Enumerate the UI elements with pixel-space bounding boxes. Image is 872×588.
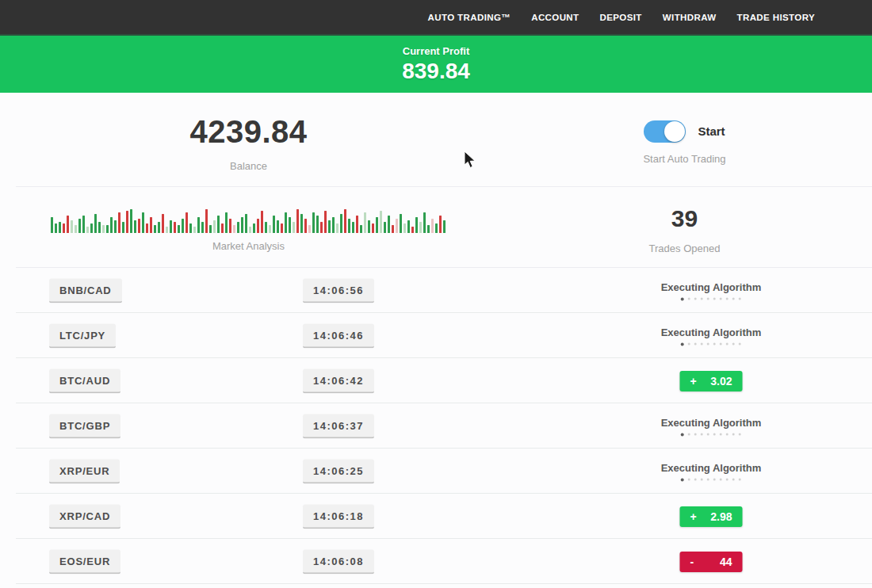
chart-bar <box>55 223 57 233</box>
nav-item-account[interactable]: ACCOUNT <box>531 13 579 22</box>
chart-bar <box>150 217 152 233</box>
chart-bar <box>411 227 414 233</box>
chart-bar <box>300 214 303 233</box>
chart-bar <box>316 216 319 233</box>
chart-bar <box>336 223 338 233</box>
pair-badge[interactable]: BTC/GBP <box>49 414 120 438</box>
pair-badge[interactable]: BTC/AUD <box>49 368 120 393</box>
progress-dot-icon <box>713 479 716 481</box>
chart-bar <box>273 216 275 233</box>
chart-bar <box>372 223 374 233</box>
chart-bar <box>253 223 255 233</box>
pair-badge[interactable]: LTC/JPY <box>49 323 116 348</box>
chart-bar <box>388 216 390 233</box>
toggle-row: Start <box>644 116 725 143</box>
progress-dot-icon <box>701 298 703 300</box>
progress-dot-icon <box>681 478 684 481</box>
time-badge[interactable]: 14:06:37 <box>303 414 374 438</box>
chart-bar <box>380 211 382 233</box>
progress-dot-icon <box>732 343 735 346</box>
table-row: XRP/CAD 14:06:18 +2.98 <box>0 494 872 539</box>
time-badge[interactable]: 14:06:18 <box>303 504 374 529</box>
progress-dot-icon <box>694 343 697 346</box>
chart-bar <box>51 217 53 233</box>
time-badge[interactable]: 14:06:25 <box>303 459 374 483</box>
progress-dot-icon <box>720 298 722 300</box>
chart-bar <box>67 216 69 233</box>
market-analysis-label: Market Analysis <box>212 240 285 252</box>
market-analysis-chart <box>51 203 447 233</box>
trade-status: Executing Algorithm <box>661 461 762 481</box>
trade-status: Executing Algorithm <box>661 281 762 300</box>
chart-bar <box>324 211 327 233</box>
chart-bar <box>261 211 263 233</box>
chart-bar <box>146 223 148 233</box>
chart-bar <box>376 217 378 233</box>
chart-bar <box>304 219 307 233</box>
app-screen: AUTO TRADING™ACCOUNTDEPOSITWITHDRAWTRADE… <box>0 0 872 588</box>
progress-dot-icon <box>701 343 703 346</box>
table-row: BNB/CAD 14:06:56 Executing Algorithm <box>0 268 872 313</box>
chart-bar <box>174 222 176 233</box>
chart-bar <box>360 225 362 233</box>
pair-badge[interactable]: BNB/CAD <box>49 278 122 303</box>
result-amount: 2.98 <box>710 510 732 523</box>
chart-bar <box>94 214 97 233</box>
result-sign: + <box>690 375 697 388</box>
chart-bar <box>356 216 358 233</box>
chart-bar <box>225 212 228 233</box>
progress-dot-icon <box>713 343 716 346</box>
time-badge[interactable]: 14:06:42 <box>303 368 374 393</box>
nav-item-auto-trading[interactable]: AUTO TRADING™ <box>428 13 511 22</box>
progress-dot-icon <box>701 479 703 481</box>
progress-dot-icon <box>739 433 741 436</box>
chart-bar <box>269 225 271 233</box>
chart-bar <box>312 212 315 233</box>
chart-bar <box>82 216 85 233</box>
auto-trading-caption: Start Auto Trading <box>643 153 725 165</box>
time-badge[interactable]: 14:06:46 <box>303 323 374 348</box>
chart-bar <box>352 222 354 233</box>
auto-trading-section: Start Start Auto Trading <box>497 93 872 187</box>
chart-bar <box>384 222 386 233</box>
chart-bar <box>415 217 418 233</box>
chart-bar <box>122 222 124 233</box>
chart-bar <box>205 209 208 233</box>
profit-badge: +2.98 <box>680 506 743 527</box>
auto-trading-toggle[interactable] <box>644 120 686 143</box>
nav-item-trade-history[interactable]: TRADE HISTORY <box>737 13 816 22</box>
chart-bar <box>166 227 168 233</box>
pair-badge[interactable]: XRP/EUR <box>49 459 120 483</box>
chart-bar <box>419 222 422 233</box>
chart-bar <box>233 225 235 233</box>
chart-bar <box>423 212 426 233</box>
current-profit-value: 839.84 <box>402 59 470 84</box>
pair-badge[interactable]: EOS/EUR <box>49 549 120 574</box>
progress-dot-icon <box>694 298 697 300</box>
table-row: LTC/JPY 14:06:46 Executing Algorithm <box>0 313 872 358</box>
progress-dot-icon <box>681 297 684 300</box>
trade-status: +2.98 <box>680 506 743 527</box>
pair-badge[interactable]: XRP/CAD <box>49 504 120 529</box>
chart-bar <box>154 225 156 233</box>
balance-value: 4239.84 <box>189 108 307 150</box>
table-row: EOS/EUR 14:06:08 -44 <box>0 539 872 584</box>
chart-bar <box>201 222 204 233</box>
nav-item-deposit[interactable]: DEPOSIT <box>600 13 642 22</box>
loss-badge: -44 <box>680 552 743 572</box>
time-badge[interactable]: 14:06:08 <box>303 549 374 574</box>
chart-bar <box>142 212 144 233</box>
result-sign: - <box>690 556 694 568</box>
chart-bar <box>229 219 231 233</box>
time-badge[interactable]: 14:06:56 <box>303 278 374 303</box>
progress-dot-icon <box>707 479 709 481</box>
chart-bar <box>249 227 251 233</box>
progress-dots <box>679 478 743 481</box>
chart-bar <box>257 219 259 233</box>
chart-bar <box>138 219 140 233</box>
chart-bar <box>348 219 350 233</box>
progress-dot-icon <box>681 342 684 346</box>
chart-bar <box>106 225 109 233</box>
nav-item-withdraw[interactable]: WITHDRAW <box>663 13 717 22</box>
market-analysis-section: Market Analysis <box>0 187 497 268</box>
